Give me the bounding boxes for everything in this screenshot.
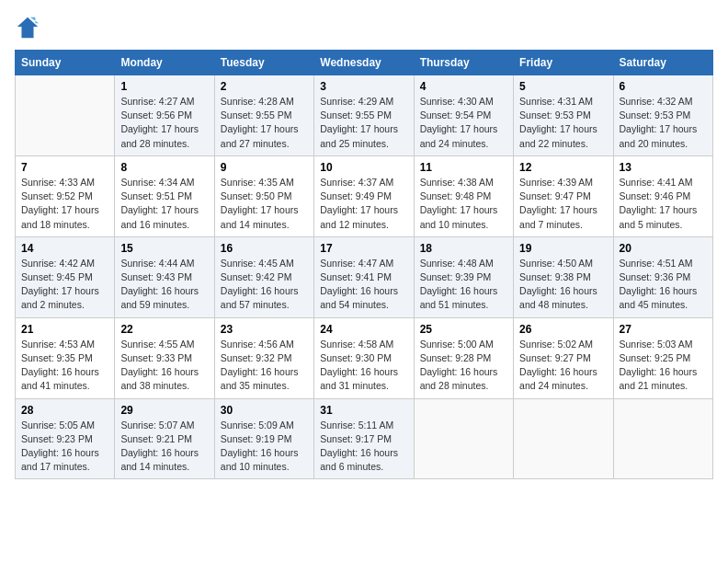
- calendar-cell: 15 Sunrise: 4:44 AMSunset: 9:43 PMDaylig…: [115, 236, 214, 317]
- calendar-cell: 14 Sunrise: 4:42 AMSunset: 9:45 PMDaylig…: [16, 236, 115, 317]
- day-number: 3: [320, 80, 407, 93]
- calendar-cell: [514, 398, 613, 479]
- calendar-cell: 3 Sunrise: 4:29 AMSunset: 9:55 PMDayligh…: [314, 75, 414, 156]
- calendar-week-row: 21 Sunrise: 4:53 AMSunset: 9:35 PMDaylig…: [16, 317, 713, 398]
- header-tuesday: Tuesday: [214, 51, 313, 75]
- cell-info: Sunrise: 4:32 AMSunset: 9:53 PMDaylight:…: [620, 96, 698, 149]
- calendar-week-row: 28 Sunrise: 5:05 AMSunset: 9:23 PMDaylig…: [16, 398, 713, 479]
- cell-info: Sunrise: 4:33 AMSunset: 9:52 PMDaylight:…: [21, 177, 99, 230]
- calendar-cell: 24 Sunrise: 4:58 AMSunset: 9:30 PMDaylig…: [314, 317, 414, 398]
- calendar-cell: 5 Sunrise: 4:31 AMSunset: 9:53 PMDayligh…: [514, 75, 613, 156]
- calendar-cell: 7 Sunrise: 4:33 AMSunset: 9:52 PMDayligh…: [16, 155, 115, 236]
- day-number: 31: [320, 404, 407, 417]
- cell-info: Sunrise: 5:07 AMSunset: 9:21 PMDaylight:…: [120, 419, 199, 473]
- cell-info: Sunrise: 4:55 AMSunset: 9:33 PMDaylight:…: [120, 339, 199, 392]
- day-number: 25: [420, 323, 507, 336]
- header-wednesday: Wednesday: [314, 51, 414, 75]
- calendar-cell: 18 Sunrise: 4:48 AMSunset: 9:39 PMDaylig…: [414, 236, 513, 317]
- logo-icon: [15, 15, 40, 40]
- cell-info: Sunrise: 4:34 AMSunset: 9:51 PMDaylight:…: [120, 177, 199, 230]
- header-sunday: Sunday: [16, 51, 115, 75]
- day-number: 8: [120, 161, 208, 174]
- cell-info: Sunrise: 4:35 AMSunset: 9:50 PMDaylight:…: [221, 177, 299, 230]
- calendar-week-row: 7 Sunrise: 4:33 AMSunset: 9:52 PMDayligh…: [16, 155, 713, 236]
- day-number: 4: [420, 80, 507, 93]
- calendar-cell: 2 Sunrise: 4:28 AMSunset: 9:55 PMDayligh…: [214, 75, 313, 156]
- cell-info: Sunrise: 4:51 AMSunset: 9:36 PMDaylight:…: [620, 258, 698, 311]
- calendar-cell: [613, 398, 712, 479]
- cell-info: Sunrise: 4:39 AMSunset: 9:47 PMDaylight:…: [519, 177, 597, 230]
- cell-info: Sunrise: 5:05 AMSunset: 9:23 PMDaylight:…: [21, 419, 99, 473]
- day-number: 5: [519, 80, 607, 93]
- day-number: 15: [120, 242, 208, 255]
- cell-info: Sunrise: 4:45 AMSunset: 9:42 PMDaylight:…: [221, 258, 299, 311]
- calendar-header-row: SundayMondayTuesdayWednesdayThursdayFrid…: [16, 51, 713, 75]
- calendar-cell: 26 Sunrise: 5:02 AMSunset: 9:27 PMDaylig…: [514, 317, 613, 398]
- cell-info: Sunrise: 4:44 AMSunset: 9:43 PMDaylight:…: [120, 258, 199, 311]
- day-number: 11: [420, 161, 507, 174]
- calendar-cell: [414, 398, 513, 479]
- calendar-cell: 9 Sunrise: 4:35 AMSunset: 9:50 PMDayligh…: [214, 155, 313, 236]
- header-monday: Monday: [115, 51, 214, 75]
- day-number: 27: [620, 323, 707, 336]
- calendar-week-row: 1 Sunrise: 4:27 AMSunset: 9:56 PMDayligh…: [16, 75, 713, 156]
- day-number: 12: [519, 161, 607, 174]
- header-saturday: Saturday: [613, 51, 712, 75]
- calendar-cell: 20 Sunrise: 4:51 AMSunset: 9:36 PMDaylig…: [613, 236, 712, 317]
- cell-info: Sunrise: 4:41 AMSunset: 9:46 PMDaylight:…: [620, 177, 698, 230]
- day-number: 20: [620, 242, 707, 255]
- day-number: 23: [221, 323, 308, 336]
- calendar-cell: 13 Sunrise: 4:41 AMSunset: 9:46 PMDaylig…: [613, 155, 712, 236]
- calendar-cell: 1 Sunrise: 4:27 AMSunset: 9:56 PMDayligh…: [115, 75, 214, 156]
- cell-info: Sunrise: 4:28 AMSunset: 9:55 PMDaylight:…: [221, 96, 299, 149]
- cell-info: Sunrise: 5:11 AMSunset: 9:17 PMDaylight:…: [320, 419, 398, 473]
- calendar-cell: 30 Sunrise: 5:09 AMSunset: 9:19 PMDaylig…: [214, 398, 313, 479]
- calendar-cell: 10 Sunrise: 4:37 AMSunset: 9:49 PMDaylig…: [314, 155, 414, 236]
- calendar-cell: 16 Sunrise: 4:45 AMSunset: 9:42 PMDaylig…: [214, 236, 313, 317]
- day-number: 18: [420, 242, 507, 255]
- calendar-cell: 19 Sunrise: 4:50 AMSunset: 9:38 PMDaylig…: [514, 236, 613, 317]
- cell-info: Sunrise: 4:29 AMSunset: 9:55 PMDaylight:…: [320, 96, 398, 149]
- cell-info: Sunrise: 4:48 AMSunset: 9:39 PMDaylight:…: [420, 258, 498, 311]
- cell-info: Sunrise: 4:30 AMSunset: 9:54 PMDaylight:…: [420, 96, 498, 149]
- page-header: [15, 15, 713, 40]
- cell-info: Sunrise: 5:09 AMSunset: 9:19 PMDaylight:…: [221, 419, 299, 473]
- day-number: 9: [221, 161, 308, 174]
- calendar-cell: 25 Sunrise: 5:00 AMSunset: 9:28 PMDaylig…: [414, 317, 513, 398]
- calendar-cell: 12 Sunrise: 4:39 AMSunset: 9:47 PMDaylig…: [514, 155, 613, 236]
- day-number: 16: [221, 242, 308, 255]
- calendar-cell: 28 Sunrise: 5:05 AMSunset: 9:23 PMDaylig…: [16, 398, 115, 479]
- calendar-cell: [16, 75, 115, 156]
- calendar-cell: 29 Sunrise: 5:07 AMSunset: 9:21 PMDaylig…: [115, 398, 214, 479]
- calendar-cell: 27 Sunrise: 5:03 AMSunset: 9:25 PMDaylig…: [613, 317, 712, 398]
- cell-info: Sunrise: 4:53 AMSunset: 9:35 PMDaylight:…: [21, 339, 99, 392]
- day-number: 21: [21, 323, 108, 336]
- calendar-cell: 8 Sunrise: 4:34 AMSunset: 9:51 PMDayligh…: [115, 155, 214, 236]
- logo: [15, 15, 44, 40]
- day-number: 28: [21, 404, 108, 417]
- calendar-cell: 23 Sunrise: 4:56 AMSunset: 9:32 PMDaylig…: [214, 317, 313, 398]
- cell-info: Sunrise: 4:38 AMSunset: 9:48 PMDaylight:…: [420, 177, 498, 230]
- calendar-cell: 17 Sunrise: 4:47 AMSunset: 9:41 PMDaylig…: [314, 236, 414, 317]
- day-number: 24: [320, 323, 407, 336]
- day-number: 7: [21, 161, 108, 174]
- day-number: 1: [120, 80, 208, 93]
- cell-info: Sunrise: 5:00 AMSunset: 9:28 PMDaylight:…: [420, 339, 498, 392]
- day-number: 17: [320, 242, 407, 255]
- cell-info: Sunrise: 4:50 AMSunset: 9:38 PMDaylight:…: [519, 258, 597, 311]
- day-number: 14: [21, 242, 108, 255]
- calendar-cell: 22 Sunrise: 4:55 AMSunset: 9:33 PMDaylig…: [115, 317, 214, 398]
- cell-info: Sunrise: 5:02 AMSunset: 9:27 PMDaylight:…: [519, 339, 597, 392]
- calendar-cell: 11 Sunrise: 4:38 AMSunset: 9:48 PMDaylig…: [414, 155, 513, 236]
- day-number: 6: [620, 80, 707, 93]
- day-number: 29: [120, 404, 208, 417]
- cell-info: Sunrise: 4:37 AMSunset: 9:49 PMDaylight:…: [320, 177, 398, 230]
- calendar-cell: 31 Sunrise: 5:11 AMSunset: 9:17 PMDaylig…: [314, 398, 414, 479]
- calendar-cell: 6 Sunrise: 4:32 AMSunset: 9:53 PMDayligh…: [613, 75, 712, 156]
- cell-info: Sunrise: 4:56 AMSunset: 9:32 PMDaylight:…: [221, 339, 299, 392]
- calendar-table: SundayMondayTuesdayWednesdayThursdayFrid…: [15, 50, 713, 479]
- calendar-week-row: 14 Sunrise: 4:42 AMSunset: 9:45 PMDaylig…: [16, 236, 713, 317]
- cell-info: Sunrise: 5:03 AMSunset: 9:25 PMDaylight:…: [620, 339, 698, 392]
- day-number: 22: [120, 323, 208, 336]
- day-number: 13: [620, 161, 707, 174]
